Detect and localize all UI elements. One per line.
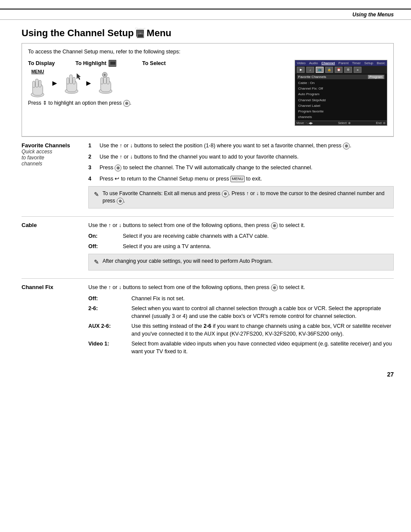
step-labels: To Display To Highlight	[28, 60, 190, 67]
cable-left: Cable	[22, 222, 88, 274]
svg-rect-19	[107, 77, 109, 84]
channel-fix-section: Channel Fix Use the ↑ or ↓ buttons to se…	[22, 278, 394, 362]
channel-fix-title: Channel Fix	[22, 284, 84, 290]
menu-item-channels: channels	[297, 114, 385, 120]
menu-icon-audio: ♪	[306, 67, 314, 73]
fix-26-row: 2-6: Select when you want to control all…	[88, 305, 394, 320]
fix-video1-def: Select from available video inputs when …	[131, 340, 394, 355]
svg-rect-12	[69, 75, 72, 84]
cable-title: Cable	[22, 222, 84, 228]
fix-aux-row: AUX 2-6: Use this setting instead of the…	[88, 323, 394, 338]
menu-item-label: Channel Label	[297, 103, 385, 109]
menu-top-bar: Video Audio Channel Parent Timer Setup B…	[295, 60, 387, 66]
menu-tab-basic: Basic	[377, 61, 385, 65]
menu-item-cable: Cable : On	[297, 80, 385, 86]
menu-tab-setup: Setup	[364, 61, 373, 65]
svg-rect-20	[100, 78, 103, 84]
svg-rect-2	[140, 33, 141, 34]
svg-rect-13	[73, 77, 75, 84]
note-icon-cable: ✎	[94, 258, 99, 267]
fav-title: Favorite Channels	[22, 142, 84, 149]
menu-tab-video: Video	[297, 61, 305, 65]
menu-bottom-bar: Move: ↑↓◀▶ Select: ⊕ End: ⊖	[295, 121, 387, 125]
header-bar: Using the Menus	[0, 9, 411, 20]
cable-note-text: After changing your cable settings, you …	[103, 258, 273, 265]
menu-tab-parent: Parent	[339, 61, 349, 65]
menu-tab-audio: Audio	[309, 61, 318, 65]
favorite-channels-section: Favorite Channels Quick accessto favorit…	[22, 137, 394, 216]
channel-fix-terms: Off: Channel Fix is not set. 2-6: Select…	[88, 295, 394, 356]
fix-off-def: Channel Fix is not set.	[131, 295, 185, 303]
intro-text: To access the Channel Setup menu, refer …	[28, 49, 387, 55]
menu-item-auto: Auto Program	[297, 91, 385, 97]
menu-icon-setup: ⚙	[344, 67, 352, 73]
hand-icon-2	[62, 72, 81, 94]
fix-off-row: Off: Channel Fix is not set.	[88, 295, 394, 303]
menu-icons-row: ▶ ♪ 📺 🔒 ⏰ ⚙ ≡	[295, 66, 387, 74]
display-step: MENU	[28, 69, 47, 97]
instruction-box: To access the Channel Setup menu, refer …	[22, 43, 394, 137]
svg-rect-14	[67, 78, 69, 84]
header-title: Using the Menus	[352, 12, 394, 18]
menu-section-header: Favorite Channels Program	[297, 75, 385, 79]
fix-off-term: Off:	[88, 295, 123, 303]
menu-item-fix: Channel Fix: Off	[297, 86, 385, 91]
section-left-fav: Favorite Channels Quick accessto favorit…	[22, 142, 88, 212]
menu-icon-video: ▶	[297, 67, 305, 73]
fav-steps-list: 1 Use the ↑ or ↓ buttons to select the p…	[88, 142, 394, 183]
channel-fix-left: Channel Fix	[22, 284, 88, 358]
menu-channel-section: Favorite Channels Program Cable : On Cha…	[295, 74, 387, 121]
fix-video1-term: Video 1:	[88, 340, 123, 355]
svg-rect-1	[138, 34, 143, 37]
menu-end: End: ⊖	[376, 121, 386, 125]
highlight-label: To Highlight	[75, 60, 142, 67]
svg-rect-8	[39, 80, 41, 87]
cable-off-row: Off: Select if you are using a TV antenn…	[88, 243, 394, 251]
step-icons: MENU ►	[28, 69, 115, 97]
channel-icon: Channel	[136, 30, 144, 37]
page-number: 27	[0, 362, 411, 382]
highlight-step	[62, 72, 81, 95]
cable-off-def: Select if you are using a TV antenna.	[123, 243, 211, 251]
menu-program-btn: Program	[368, 75, 384, 79]
cable-on-def: Select if you are receiving cable channe…	[123, 233, 269, 240]
cable-section: Cable Use the ↑ or ↓ buttons to select f…	[22, 216, 394, 278]
fix-aux-term: AUX 2-6:	[88, 323, 123, 338]
section-right-fav: 1 Use the ↑ or ↓ buttons to select the p…	[88, 142, 394, 212]
select-step: ⊕	[96, 72, 115, 95]
note-icon-fav: ✎	[94, 190, 99, 199]
svg-rect-7	[35, 79, 38, 87]
fav-step-2: 2 Use the ↑ or ↓ buttons to find the cha…	[88, 153, 394, 161]
cable-note: ✎ After changing your cable settings, yo…	[88, 254, 394, 271]
cable-on-row: On: Select if you are receiving cable ch…	[88, 233, 394, 240]
fav-step-4: 4 Press ↩ to return to the Channel Setup…	[88, 175, 394, 183]
menu-select: Select: ⊕	[338, 121, 351, 125]
fix-video1-row: Video 1: Select from available video inp…	[88, 340, 394, 355]
menu-icon-parent: 🔒	[325, 67, 333, 73]
hand-icon-3: ⊕	[96, 72, 115, 94]
step-row: To Display To Highlight	[28, 60, 387, 126]
channel-fix-desc: Use the ↑ or ↓ buttons to select from on…	[88, 284, 394, 292]
arrow-2: ►	[85, 79, 93, 88]
hand-icon-1	[28, 75, 47, 97]
fav-note: ✎ To use Favorite Channels: Exit all men…	[88, 186, 394, 208]
svg-text:⊕: ⊕	[103, 73, 106, 76]
cable-desc: Use the ↑ or ↓ buttons to select from on…	[88, 222, 394, 230]
cable-off-term: Off:	[88, 243, 114, 251]
menu-icon-basic: ≡	[354, 67, 361, 73]
menu-move: Move: ↑↓◀▶	[296, 121, 313, 125]
main-content: Using the Channel Setup Channel Menu To …	[0, 28, 411, 362]
menu-icon-channel: 📺	[316, 67, 324, 73]
select-label: To Select	[142, 60, 190, 66]
fav-step-3: 3 Press ⊕ to select the channel. The TV …	[88, 164, 394, 172]
title-text-part1: Using the Channel Setup	[22, 28, 134, 39]
channel-fix-right: Use the ↑ or ↓ buttons to select from on…	[88, 284, 394, 358]
page-title: Using the Channel Setup Channel Menu	[22, 28, 394, 39]
arrow-1: ►	[51, 79, 59, 88]
menu-tab-timer: Timer	[352, 61, 361, 65]
press-instruction: Press ⇕ to highlight an option then pres…	[28, 100, 131, 107]
menu-section-title: Favorite Channels	[298, 75, 326, 79]
title-text-part2: Menu	[146, 28, 171, 39]
menu-tab-channel: Channel	[321, 61, 335, 65]
cable-right: Use the ↑ or ↓ buttons to select from on…	[88, 222, 394, 274]
